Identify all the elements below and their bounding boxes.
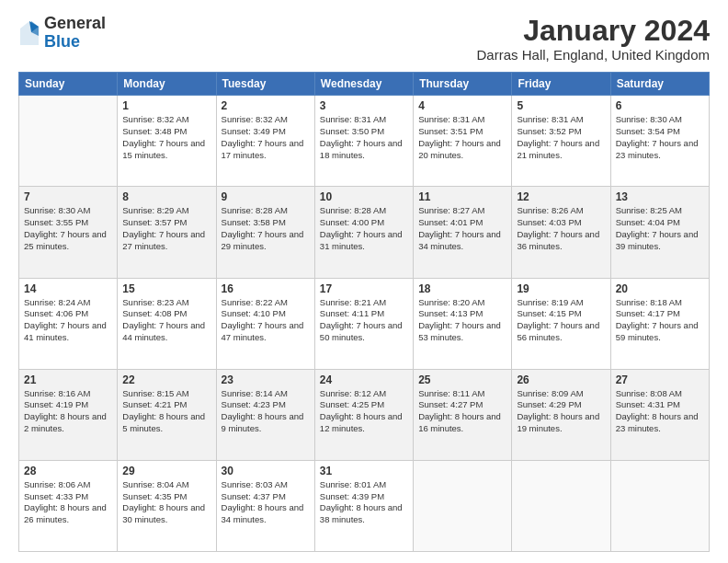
cell-info: Sunrise: 8:04 AMSunset: 4:35 PMDaylight:…	[122, 479, 210, 526]
cell-info: Sunrise: 8:14 AMSunset: 4:23 PMDaylight:…	[222, 388, 310, 435]
logo-general: General	[44, 15, 106, 33]
day-number: 29	[122, 465, 210, 477]
day-number: 16	[222, 282, 310, 295]
calendar-cell: 20Sunrise: 8:18 AMSunset: 4:17 PMDayligh…	[610, 278, 709, 369]
calendar-week-row-4: 21Sunrise: 8:16 AMSunset: 4:19 PMDayligh…	[19, 369, 710, 460]
cell-info: Sunrise: 8:15 AMSunset: 4:21 PMDaylight:…	[122, 388, 210, 435]
calendar-cell: 6Sunrise: 8:30 AMSunset: 3:54 PMDaylight…	[610, 96, 709, 187]
calendar-cell: 13Sunrise: 8:25 AMSunset: 4:04 PMDayligh…	[610, 187, 709, 278]
cell-info: Sunrise: 8:22 AMSunset: 4:10 PMDaylight:…	[222, 297, 310, 344]
day-number: 28	[24, 465, 112, 477]
calendar-cell: 23Sunrise: 8:14 AMSunset: 4:23 PMDayligh…	[216, 369, 314, 460]
header: General Blue January 2024 Darras Hall, E…	[18, 15, 710, 63]
cell-info: Sunrise: 8:21 AMSunset: 4:11 PMDaylight:…	[320, 297, 408, 344]
calendar-header-row: SundayMondayTuesdayWednesdayThursdayFrid…	[19, 73, 710, 96]
calendar-cell: 4Sunrise: 8:31 AMSunset: 3:51 PMDaylight…	[414, 96, 512, 187]
day-number: 23	[222, 373, 310, 386]
day-number: 11	[418, 190, 506, 203]
calendar-cell: 25Sunrise: 8:11 AMSunset: 4:27 PMDayligh…	[414, 369, 512, 460]
day-number: 8	[122, 190, 210, 203]
cell-info: Sunrise: 8:32 AMSunset: 3:48 PMDaylight:…	[122, 114, 210, 161]
calendar-cell: 14Sunrise: 8:24 AMSunset: 4:06 PMDayligh…	[19, 278, 118, 369]
day-number: 18	[418, 282, 506, 295]
calendar-table: SundayMondayTuesdayWednesdayThursdayFrid…	[18, 72, 710, 552]
day-number: 4	[418, 99, 506, 112]
cell-info: Sunrise: 8:24 AMSunset: 4:06 PMDaylight:…	[24, 297, 112, 344]
calendar-cell: 21Sunrise: 8:16 AMSunset: 4:19 PMDayligh…	[19, 369, 118, 460]
weekday-header-saturday: Saturday	[610, 73, 709, 96]
calendar-week-row-2: 7Sunrise: 8:30 AMSunset: 3:55 PMDaylight…	[19, 187, 710, 278]
calendar-cell	[414, 460, 512, 551]
weekday-header-monday: Monday	[118, 73, 216, 96]
title-block: January 2024 Darras Hall, England, Unite…	[477, 15, 710, 63]
logo-icon	[18, 19, 40, 47]
calendar-cell: 1Sunrise: 8:32 AMSunset: 3:48 PMDaylight…	[118, 96, 216, 187]
calendar-cell: 27Sunrise: 8:08 AMSunset: 4:31 PMDayligh…	[610, 369, 709, 460]
calendar-cell: 26Sunrise: 8:09 AMSunset: 4:29 PMDayligh…	[512, 369, 610, 460]
calendar-cell: 15Sunrise: 8:23 AMSunset: 4:08 PMDayligh…	[118, 278, 216, 369]
day-number: 10	[320, 190, 408, 203]
day-number: 17	[320, 282, 408, 295]
calendar-cell: 31Sunrise: 8:01 AMSunset: 4:39 PMDayligh…	[314, 460, 413, 551]
cell-info: Sunrise: 8:18 AMSunset: 4:17 PMDaylight:…	[616, 297, 704, 344]
cell-info: Sunrise: 8:01 AMSunset: 4:39 PMDaylight:…	[320, 479, 408, 526]
weekday-header-tuesday: Tuesday	[216, 73, 314, 96]
calendar-cell: 2Sunrise: 8:32 AMSunset: 3:49 PMDaylight…	[216, 96, 314, 187]
cell-info: Sunrise: 8:31 AMSunset: 3:52 PMDaylight:…	[517, 114, 605, 161]
calendar-cell: 17Sunrise: 8:21 AMSunset: 4:11 PMDayligh…	[314, 278, 413, 369]
day-number: 25	[418, 373, 506, 386]
calendar-cell: 29Sunrise: 8:04 AMSunset: 4:35 PMDayligh…	[118, 460, 216, 551]
cell-info: Sunrise: 8:11 AMSunset: 4:27 PMDaylight:…	[418, 388, 506, 435]
calendar-cell: 19Sunrise: 8:19 AMSunset: 4:15 PMDayligh…	[512, 278, 610, 369]
cell-info: Sunrise: 8:27 AMSunset: 4:01 PMDaylight:…	[418, 205, 506, 252]
calendar-cell: 8Sunrise: 8:29 AMSunset: 3:57 PMDaylight…	[118, 187, 216, 278]
cell-info: Sunrise: 8:23 AMSunset: 4:08 PMDaylight:…	[122, 297, 210, 344]
day-number: 1	[122, 99, 210, 112]
day-number: 15	[122, 282, 210, 295]
cell-info: Sunrise: 8:29 AMSunset: 3:57 PMDaylight:…	[122, 205, 210, 252]
day-number: 30	[222, 465, 310, 477]
calendar-cell: 18Sunrise: 8:20 AMSunset: 4:13 PMDayligh…	[414, 278, 512, 369]
day-number: 21	[24, 373, 112, 386]
cell-info: Sunrise: 8:30 AMSunset: 3:54 PMDaylight:…	[616, 114, 704, 161]
day-number: 12	[517, 190, 605, 203]
cell-info: Sunrise: 8:20 AMSunset: 4:13 PMDaylight:…	[418, 297, 506, 344]
cell-info: Sunrise: 8:09 AMSunset: 4:29 PMDaylight:…	[517, 388, 605, 435]
weekday-header-wednesday: Wednesday	[314, 73, 413, 96]
day-number: 27	[616, 373, 704, 386]
logo-text: General Blue	[44, 15, 106, 52]
day-number: 14	[24, 282, 112, 295]
cell-info: Sunrise: 8:31 AMSunset: 3:50 PMDaylight:…	[320, 114, 408, 161]
cell-info: Sunrise: 8:31 AMSunset: 3:51 PMDaylight:…	[418, 114, 506, 161]
day-number: 22	[122, 373, 210, 386]
calendar-cell: 24Sunrise: 8:12 AMSunset: 4:25 PMDayligh…	[314, 369, 413, 460]
calendar-week-row-1: 1Sunrise: 8:32 AMSunset: 3:48 PMDaylight…	[19, 96, 710, 187]
day-number: 2	[222, 99, 310, 112]
cell-info: Sunrise: 8:12 AMSunset: 4:25 PMDaylight:…	[320, 388, 408, 435]
cell-info: Sunrise: 8:28 AMSunset: 3:58 PMDaylight:…	[222, 205, 310, 252]
calendar-cell: 12Sunrise: 8:26 AMSunset: 4:03 PMDayligh…	[512, 187, 610, 278]
calendar-cell: 22Sunrise: 8:15 AMSunset: 4:21 PMDayligh…	[118, 369, 216, 460]
cell-info: Sunrise: 8:19 AMSunset: 4:15 PMDaylight:…	[517, 297, 605, 344]
day-number: 26	[517, 373, 605, 386]
cell-info: Sunrise: 8:26 AMSunset: 4:03 PMDaylight:…	[517, 205, 605, 252]
calendar-week-row-5: 28Sunrise: 8:06 AMSunset: 4:33 PMDayligh…	[19, 460, 710, 551]
cell-info: Sunrise: 8:06 AMSunset: 4:33 PMDaylight:…	[24, 479, 112, 526]
weekday-header-friday: Friday	[512, 73, 610, 96]
day-number: 6	[616, 99, 704, 112]
day-number: 20	[616, 282, 704, 295]
cell-info: Sunrise: 8:16 AMSunset: 4:19 PMDaylight:…	[24, 388, 112, 435]
calendar-cell: 10Sunrise: 8:28 AMSunset: 4:00 PMDayligh…	[314, 187, 413, 278]
calendar-cell: 16Sunrise: 8:22 AMSunset: 4:10 PMDayligh…	[216, 278, 314, 369]
day-number: 7	[24, 190, 112, 203]
calendar-cell: 5Sunrise: 8:31 AMSunset: 3:52 PMDaylight…	[512, 96, 610, 187]
calendar-cell: 28Sunrise: 8:06 AMSunset: 4:33 PMDayligh…	[19, 460, 118, 551]
cell-info: Sunrise: 8:08 AMSunset: 4:31 PMDaylight:…	[616, 388, 704, 435]
day-number: 31	[320, 465, 408, 477]
logo: General Blue	[18, 15, 106, 52]
day-number: 24	[320, 373, 408, 386]
calendar-cell: 3Sunrise: 8:31 AMSunset: 3:50 PMDaylight…	[314, 96, 413, 187]
day-number: 5	[517, 99, 605, 112]
cell-info: Sunrise: 8:25 AMSunset: 4:04 PMDaylight:…	[616, 205, 704, 252]
calendar-cell	[19, 96, 118, 187]
